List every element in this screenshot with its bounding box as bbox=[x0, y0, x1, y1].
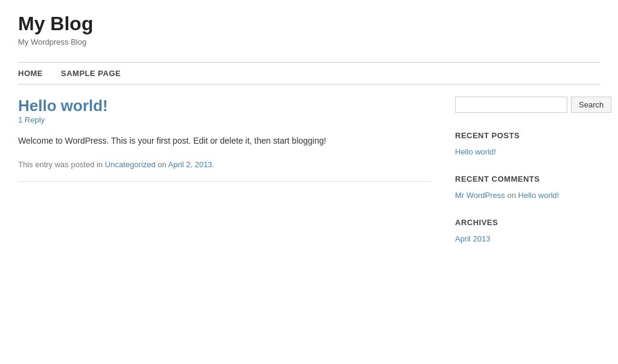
search-widget: Search bbox=[455, 97, 600, 113]
meta-prefix: This entry was posted in bbox=[18, 160, 105, 169]
meta-middle: on bbox=[156, 160, 168, 169]
post-divider bbox=[18, 181, 431, 182]
comment-author-link[interactable]: Mr WordPress bbox=[455, 191, 505, 200]
content-area: Hello world! 1 Reply Welcome to WordPres… bbox=[18, 97, 600, 261]
post-content: Welcome to WordPress. This is your first… bbox=[18, 134, 431, 147]
search-input[interactable] bbox=[455, 97, 567, 113]
site-description: My Wordpress Blog bbox=[18, 37, 600, 46]
recent-post-hello-world[interactable]: Hello world! bbox=[455, 147, 600, 156]
post-meta: This entry was posted in Uncategorized o… bbox=[18, 160, 431, 169]
comment-post-link[interactable]: Hello world! bbox=[518, 191, 559, 200]
nav-bar: HOME SAMPLE PAGE bbox=[18, 62, 600, 85]
recent-comments-widget: RECENT COMMENTS Mr WordPress on Hello wo… bbox=[455, 174, 600, 200]
page-wrapper: My Blog My Wordpress Blog HOME SAMPLE PA… bbox=[0, 0, 618, 273]
meta-category[interactable]: Uncategorized bbox=[105, 160, 156, 169]
archive-april-2013[interactable]: April 2013 bbox=[455, 234, 600, 243]
reply-link[interactable]: 1 Reply bbox=[18, 115, 431, 124]
recent-posts-widget: RECENT POSTS Hello world! bbox=[455, 131, 600, 156]
archives-title: ARCHIVES bbox=[455, 218, 600, 227]
post-title[interactable]: Hello world! bbox=[18, 97, 108, 115]
comment-on-text: on bbox=[507, 191, 518, 200]
main-content: Hello world! 1 Reply Welcome to WordPres… bbox=[18, 97, 431, 261]
sidebar: Search RECENT POSTS Hello world! RECENT … bbox=[455, 97, 600, 261]
recent-posts-title: RECENT POSTS bbox=[455, 131, 600, 140]
search-button[interactable]: Search bbox=[571, 97, 611, 113]
meta-date[interactable]: April 2, 2013 bbox=[168, 160, 212, 169]
post-article: Hello world! 1 Reply Welcome to WordPres… bbox=[18, 97, 431, 168]
recent-comments-title: RECENT COMMENTS bbox=[455, 174, 600, 184]
nav-home[interactable]: HOME bbox=[18, 69, 43, 78]
archives-widget: ARCHIVES April 2013 bbox=[455, 218, 600, 243]
meta-suffix: . bbox=[212, 160, 215, 169]
site-title: My Blog bbox=[18, 12, 600, 35]
site-header: My Blog My Wordpress Blog bbox=[18, 12, 600, 54]
comment-item: Mr WordPress on Hello world! bbox=[455, 191, 600, 200]
nav-sample-page[interactable]: SAMPLE PAGE bbox=[61, 69, 121, 78]
